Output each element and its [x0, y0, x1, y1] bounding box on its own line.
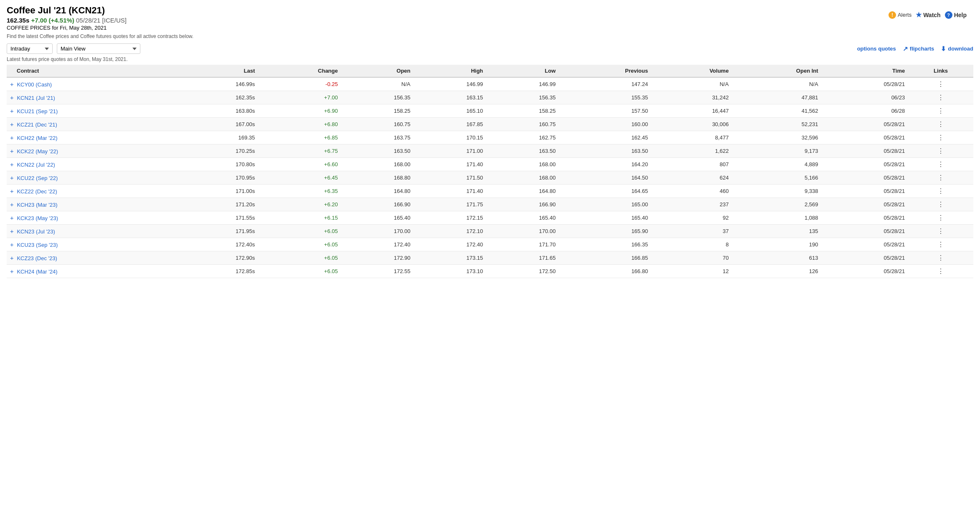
cell-previous: 162.45: [559, 131, 651, 144]
more-options-icon[interactable]: ⋮: [937, 174, 944, 181]
contract-link[interactable]: KCU23 (Sep '23): [17, 242, 58, 248]
contract-link[interactable]: KCN21 (Jul '21): [17, 95, 55, 101]
expand-button[interactable]: +: [10, 268, 14, 275]
cell-open-int: 9,173: [732, 144, 821, 158]
more-options-icon[interactable]: ⋮: [937, 107, 944, 114]
contract-link[interactable]: KCN23 (Jul '23): [17, 228, 55, 235]
expand-button[interactable]: +: [10, 214, 14, 221]
futures-table: Contract Last Change Open High Low Previ…: [7, 65, 973, 278]
cell-contract: + KCZ21 (Dec '21): [7, 118, 177, 131]
cell-open: 172.40: [341, 238, 414, 251]
expand-button[interactable]: +: [10, 121, 14, 128]
cell-open-int: 1,088: [732, 211, 821, 225]
contract-link[interactable]: KCY00 (Cash): [17, 81, 52, 88]
alerts-label: Alerts: [898, 12, 911, 18]
cell-change: +6.05: [258, 265, 341, 278]
table-row: + KCY00 (Cash) 146.99s -0.25 N/A 146.99 …: [7, 77, 973, 91]
more-options-icon[interactable]: ⋮: [937, 81, 944, 88]
cell-volume: 12: [651, 265, 732, 278]
cell-last: 171.95s: [177, 225, 258, 238]
cell-change: +6.45: [258, 171, 341, 185]
flipcharts-icon: ↗: [903, 45, 908, 53]
cell-change: +6.90: [258, 104, 341, 118]
flipcharts-link[interactable]: ↗ flipcharts: [903, 45, 934, 53]
cell-last: 170.95s: [177, 171, 258, 185]
watch-button[interactable]: ★ Watch: [916, 11, 940, 19]
cell-volume: 1,622: [651, 144, 732, 158]
download-icon: ⬇: [941, 45, 946, 53]
options-quotes-link[interactable]: options quotes: [857, 46, 896, 52]
cell-change: +6.85: [258, 131, 341, 144]
cell-change: +6.75: [258, 144, 341, 158]
cell-last: 162.35s: [177, 91, 258, 104]
watch-label: Watch: [923, 12, 940, 18]
contract-link[interactable]: KCK22 (May '22): [17, 148, 58, 155]
price-line: 162.35s +7.00 (+4.51%) 05/28/21 [ICE/US]: [7, 17, 973, 24]
cell-links: ⋮: [908, 185, 973, 198]
expand-button[interactable]: +: [10, 228, 14, 235]
expand-button[interactable]: +: [10, 241, 14, 248]
cell-links: ⋮: [908, 265, 973, 278]
cell-high: 171.75: [414, 198, 487, 211]
contract-link[interactable]: KCU22 (Sep '22): [17, 175, 58, 181]
expand-button[interactable]: +: [10, 81, 14, 88]
expand-button[interactable]: +: [10, 134, 14, 141]
intraday-select[interactable]: Intraday Daily Weekly Monthly: [7, 43, 53, 54]
contract-link[interactable]: KCH22 (Mar '22): [17, 135, 57, 141]
contract-link[interactable]: KCK23 (May '23): [17, 215, 58, 221]
download-link[interactable]: ⬇ download: [941, 45, 973, 53]
contract-link[interactable]: KCZ22 (Dec '22): [17, 188, 57, 195]
expand-button[interactable]: +: [10, 174, 14, 181]
more-options-icon[interactable]: ⋮: [937, 214, 944, 221]
expand-button[interactable]: +: [10, 107, 14, 114]
table-row: + KCU22 (Sep '22) 170.95s +6.45 168.80 1…: [7, 171, 973, 185]
expand-button[interactable]: +: [10, 254, 14, 261]
more-options-icon[interactable]: ⋮: [937, 188, 944, 195]
cell-previous: 147.24: [559, 77, 651, 91]
cell-previous: 165.00: [559, 198, 651, 211]
contract-link[interactable]: KCH23 (Mar '23): [17, 202, 57, 208]
more-options-icon[interactable]: ⋮: [937, 147, 944, 155]
cell-contract: + KCK22 (May '22): [7, 144, 177, 158]
col-header-time: Time: [822, 65, 909, 77]
alerts-button[interactable]: ! Alerts: [889, 11, 911, 19]
cell-volume: 16,447: [651, 104, 732, 118]
cell-volume: 807: [651, 158, 732, 171]
cell-high: 171.00: [414, 144, 487, 158]
expand-button[interactable]: +: [10, 161, 14, 168]
expand-button[interactable]: +: [10, 201, 14, 208]
col-header-low: Low: [486, 65, 559, 77]
contract-link[interactable]: KCU21 (Sep '21): [17, 108, 58, 114]
view-select[interactable]: Main View Technical View Performance Vie…: [57, 43, 140, 54]
contract-link[interactable]: KCH24 (Mar '24): [17, 269, 57, 275]
more-options-icon[interactable]: ⋮: [937, 201, 944, 208]
more-options-icon[interactable]: ⋮: [937, 134, 944, 141]
cell-open-int: 613: [732, 251, 821, 265]
contract-link[interactable]: KCZ23 (Dec '23): [17, 255, 57, 261]
more-options-icon[interactable]: ⋮: [937, 241, 944, 248]
contract-link[interactable]: KCN22 (Jul '22): [17, 162, 55, 168]
help-button[interactable]: ? Help: [945, 11, 967, 19]
cell-open-int: 47,881: [732, 91, 821, 104]
more-options-icon[interactable]: ⋮: [937, 121, 944, 128]
cell-links: ⋮: [908, 211, 973, 225]
cell-previous: 166.85: [559, 251, 651, 265]
more-options-icon[interactable]: ⋮: [937, 94, 944, 101]
cell-last: 171.00s: [177, 185, 258, 198]
cell-last: 172.90s: [177, 251, 258, 265]
more-options-icon[interactable]: ⋮: [937, 268, 944, 275]
cell-last: 170.80s: [177, 158, 258, 171]
cell-last: 171.20s: [177, 198, 258, 211]
table-row: + KCN22 (Jul '22) 170.80s +6.60 168.00 1…: [7, 158, 973, 171]
more-options-icon[interactable]: ⋮: [937, 254, 944, 261]
expand-button[interactable]: +: [10, 188, 14, 195]
expand-button[interactable]: +: [10, 94, 14, 101]
more-options-icon[interactable]: ⋮: [937, 161, 944, 168]
expand-button[interactable]: +: [10, 147, 14, 155]
more-options-icon[interactable]: ⋮: [937, 228, 944, 235]
cell-open: 166.90: [341, 198, 414, 211]
cell-open-int: 9,338: [732, 185, 821, 198]
contract-link[interactable]: KCZ21 (Dec '21): [17, 122, 57, 128]
cell-change: +6.05: [258, 238, 341, 251]
controls-row: Intraday Daily Weekly Monthly Main View …: [7, 43, 973, 54]
